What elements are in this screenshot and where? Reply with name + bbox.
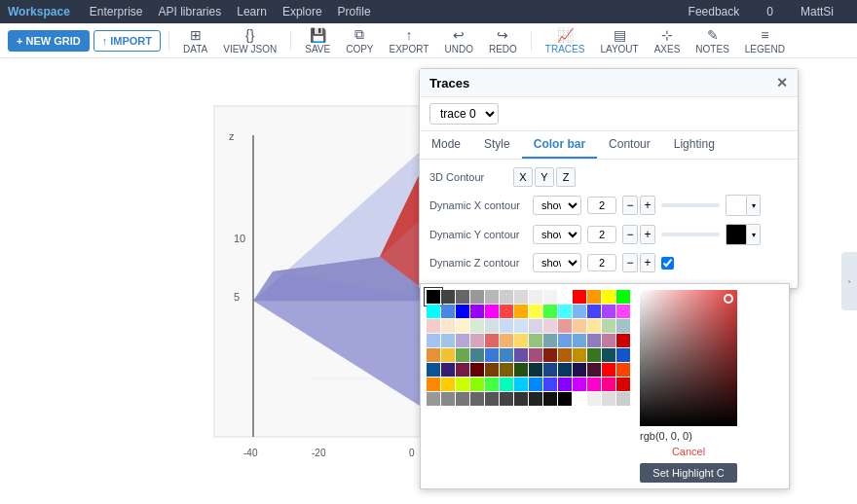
color-cell[interactable] (587, 334, 601, 347)
workspace-link[interactable]: Workspace (8, 5, 70, 18)
color-cell[interactable] (514, 378, 528, 391)
color-cell[interactable] (529, 319, 542, 333)
color-cell[interactable] (558, 290, 572, 304)
color-cell[interactable] (616, 348, 630, 362)
dynamic-y-value[interactable] (587, 226, 616, 243)
dynamic-x-swatch-arrow[interactable]: ▾ (747, 195, 761, 216)
dynamic-x-show[interactable]: show (533, 196, 581, 215)
axes-button[interactable]: ⊹ AXES (649, 25, 687, 56)
color-cell[interactable] (543, 319, 557, 333)
color-cell[interactable] (485, 334, 499, 347)
color-cell[interactable] (616, 319, 630, 333)
api-libraries-link[interactable]: API libraries (159, 5, 222, 18)
color-cell[interactable] (441, 334, 455, 347)
color-cell[interactable] (427, 319, 440, 333)
dynamic-z-value[interactable] (587, 254, 616, 271)
color-cell[interactable] (456, 319, 469, 333)
color-cell[interactable] (456, 348, 469, 362)
color-cell[interactable] (485, 392, 499, 406)
color-cell[interactable] (500, 290, 513, 304)
notes-button[interactable]: ✎ NOTES (689, 25, 734, 56)
tab-style[interactable]: Style (472, 131, 522, 159)
color-cell[interactable] (427, 334, 440, 347)
color-cell[interactable] (485, 305, 499, 318)
color-cell[interactable] (514, 363, 528, 377)
export-button[interactable]: ↑ EXPORT (384, 25, 435, 56)
color-cell[interactable] (500, 392, 513, 406)
color-cell[interactable] (587, 319, 601, 333)
color-cell[interactable] (558, 363, 572, 377)
color-cell[interactable] (500, 305, 513, 318)
color-cell[interactable] (616, 305, 630, 318)
color-cell[interactable] (441, 305, 455, 318)
color-cell[interactable] (485, 363, 499, 377)
dynamic-y-minus[interactable]: − (622, 225, 638, 244)
close-button[interactable]: ✕ (776, 75, 788, 90)
color-cell[interactable] (543, 363, 557, 377)
color-cell[interactable] (500, 348, 513, 362)
color-cell[interactable] (470, 319, 484, 333)
color-cell[interactable] (573, 363, 586, 377)
undo-button[interactable]: ↩ UNDO (438, 25, 478, 56)
color-cell[interactable] (602, 363, 615, 377)
color-cell[interactable] (485, 348, 499, 362)
color-cell[interactable] (456, 290, 469, 304)
color-cell[interactable] (558, 319, 572, 333)
color-cell[interactable] (543, 348, 557, 362)
color-cell[interactable] (573, 348, 586, 362)
learn-link[interactable]: Learn (237, 5, 267, 18)
color-cell[interactable] (558, 305, 572, 318)
layout-button[interactable]: ▤ LAYOUT (594, 25, 644, 56)
color-cell[interactable] (587, 392, 601, 406)
dynamic-x-value[interactable] (587, 197, 616, 214)
cancel-button-color[interactable]: Cancel (640, 444, 737, 459)
color-cell[interactable] (456, 334, 469, 347)
color-cell[interactable] (587, 348, 601, 362)
color-cell[interactable] (587, 290, 601, 304)
color-cell[interactable] (441, 363, 455, 377)
color-cell[interactable] (485, 319, 499, 333)
data-button[interactable]: ⊞ DATA (177, 25, 213, 56)
color-cell[interactable] (485, 378, 499, 391)
color-cell[interactable] (602, 305, 615, 318)
color-cell[interactable] (602, 290, 615, 304)
color-cell[interactable] (602, 319, 615, 333)
copy-button[interactable]: ⧉ COPY (340, 24, 379, 56)
profile-link[interactable]: Profile (338, 5, 371, 18)
color-cell[interactable] (616, 378, 630, 391)
explore-link[interactable]: Explore (282, 5, 322, 18)
color-cell[interactable] (514, 348, 528, 362)
color-cell[interactable] (616, 334, 630, 347)
color-cell[interactable] (427, 348, 440, 362)
axis-x-button[interactable]: X (513, 167, 533, 187)
save-button[interactable]: 💾 SAVE (299, 25, 336, 56)
axis-z-button[interactable]: Z (556, 167, 576, 187)
color-cell[interactable] (456, 392, 469, 406)
color-cell[interactable] (543, 334, 557, 347)
color-cell[interactable] (500, 334, 513, 347)
dynamic-z-show[interactable]: show (533, 253, 581, 272)
color-cell[interactable] (573, 334, 586, 347)
color-cell[interactable] (573, 305, 586, 318)
color-cell[interactable] (427, 378, 440, 391)
color-cell[interactable] (573, 319, 586, 333)
color-cell[interactable] (441, 378, 455, 391)
view-json-button[interactable]: {} VIEW JSON (217, 25, 282, 56)
color-cell[interactable] (441, 290, 455, 304)
color-cell[interactable] (529, 392, 542, 406)
dynamic-y-swatch-arrow[interactable]: ▾ (747, 224, 761, 245)
color-cell[interactable] (441, 392, 455, 406)
color-cell[interactable] (573, 378, 586, 391)
dynamic-z-plus[interactable]: + (640, 253, 655, 272)
color-cell[interactable] (616, 392, 630, 406)
color-cell[interactable] (514, 305, 528, 318)
dynamic-x-slider[interactable] (661, 203, 720, 207)
dynamic-y-plus[interactable]: + (640, 225, 655, 244)
color-cell[interactable] (427, 290, 440, 304)
color-cell[interactable] (558, 348, 572, 362)
color-cell[interactable] (456, 378, 469, 391)
color-cell[interactable] (573, 290, 586, 304)
color-cell[interactable] (470, 290, 484, 304)
axis-y-button[interactable]: Y (535, 167, 554, 187)
enterprise-link[interactable]: Enterprise (90, 5, 143, 18)
